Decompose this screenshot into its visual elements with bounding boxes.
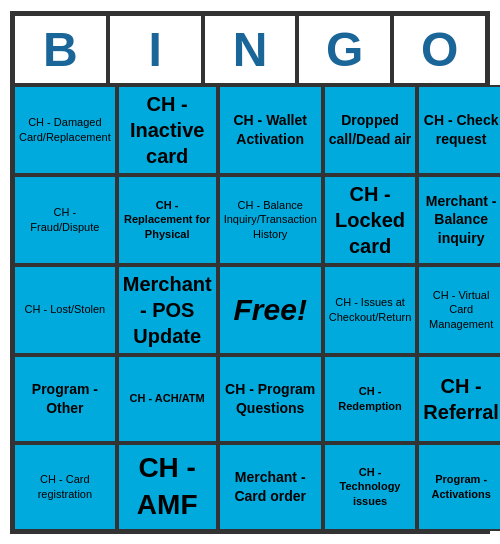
bingo-cell-14[interactable]: CH - Virtual Card Management — [417, 265, 500, 355]
bingo-cell-1[interactable]: CH - Inactive card — [117, 85, 218, 175]
bingo-cell-8[interactable]: CH - Locked card — [323, 175, 418, 265]
bingo-cell-6[interactable]: CH - Replacement for Physical — [117, 175, 218, 265]
bingo-cell-text-17: CH - Program Questions — [224, 380, 317, 416]
bingo-cell-text-19: CH - Referral — [423, 373, 499, 425]
bingo-cell-text-23: CH - Technology issues — [329, 465, 412, 508]
bingo-cell-text-2: CH - Wallet Activation — [224, 111, 317, 147]
bingo-cell-15[interactable]: Program - Other — [13, 355, 117, 443]
bingo-cell-19[interactable]: CH - Referral — [417, 355, 500, 443]
bingo-cell-22[interactable]: Merchant - Card order — [218, 443, 323, 531]
bingo-cell-0[interactable]: CH - Damaged Card/Replacement — [13, 85, 117, 175]
header-i: I — [108, 14, 203, 85]
bingo-cell-21[interactable]: CH - AMF — [117, 443, 218, 531]
bingo-header: B I N G O — [13, 14, 487, 85]
header-n: N — [203, 14, 298, 85]
bingo-cell-text-8: CH - Locked card — [329, 181, 412, 259]
bingo-cell-text-0: CH - Damaged Card/Replacement — [19, 115, 111, 144]
bingo-cell-text-6: CH - Replacement for Physical — [123, 198, 212, 241]
bingo-cell-23[interactable]: CH - Technology issues — [323, 443, 418, 531]
bingo-cell-16[interactable]: CH - ACH/ATM — [117, 355, 218, 443]
bingo-cell-4[interactable]: CH - Check request — [417, 85, 500, 175]
bingo-cell-text-21: CH - AMF — [123, 450, 212, 523]
bingo-cell-20[interactable]: CH - Card registration — [13, 443, 117, 531]
bingo-cell-7[interactable]: CH - Balance Inquiry/Transaction History — [218, 175, 323, 265]
header-o: O — [392, 14, 487, 85]
bingo-cell-text-3: Dropped call/Dead air — [329, 111, 412, 147]
bingo-cell-5[interactable]: CH - Fraud/Dispute — [13, 175, 117, 265]
bingo-cell-17[interactable]: CH - Program Questions — [218, 355, 323, 443]
bingo-cell-9[interactable]: Merchant - Balance inquiry — [417, 175, 500, 265]
header-b: B — [13, 14, 108, 85]
bingo-cell-text-12: Free! — [234, 290, 307, 329]
bingo-cell-18[interactable]: CH - Redemption — [323, 355, 418, 443]
bingo-cell-text-18: CH - Redemption — [329, 384, 412, 413]
bingo-cell-12[interactable]: Free! — [218, 265, 323, 355]
bingo-cell-text-10: CH - Lost/Stolen — [25, 302, 106, 316]
bingo-cell-text-5: CH - Fraud/Dispute — [19, 205, 111, 234]
bingo-cell-text-24: Program - Activations — [423, 472, 499, 501]
bingo-grid: CH - Damaged Card/ReplacementCH - Inacti… — [13, 85, 487, 531]
bingo-cell-text-14: CH - Virtual Card Management — [423, 288, 499, 331]
bingo-cell-24[interactable]: Program - Activations — [417, 443, 500, 531]
bingo-cell-text-4: CH - Check request — [423, 111, 499, 147]
bingo-cell-10[interactable]: CH - Lost/Stolen — [13, 265, 117, 355]
bingo-cell-text-11: Merchant - POS Update — [123, 271, 212, 349]
bingo-cell-2[interactable]: CH - Wallet Activation — [218, 85, 323, 175]
bingo-cell-13[interactable]: CH - Issues at Checkout/Return — [323, 265, 418, 355]
bingo-cell-text-22: Merchant - Card order — [224, 468, 317, 504]
bingo-cell-11[interactable]: Merchant - POS Update — [117, 265, 218, 355]
bingo-cell-text-1: CH - Inactive card — [123, 91, 212, 169]
bingo-cell-text-20: CH - Card registration — [19, 472, 111, 501]
bingo-cell-text-16: CH - ACH/ATM — [130, 391, 205, 405]
header-g: G — [297, 14, 392, 85]
bingo-cell-text-9: Merchant - Balance inquiry — [423, 192, 499, 247]
bingo-cell-text-7: CH - Balance Inquiry/Transaction History — [224, 198, 317, 241]
bingo-cell-text-13: CH - Issues at Checkout/Return — [329, 295, 412, 324]
bingo-card: B I N G O CH - Damaged Card/ReplacementC… — [10, 11, 490, 534]
bingo-cell-text-15: Program - Other — [19, 380, 111, 416]
bingo-cell-3[interactable]: Dropped call/Dead air — [323, 85, 418, 175]
